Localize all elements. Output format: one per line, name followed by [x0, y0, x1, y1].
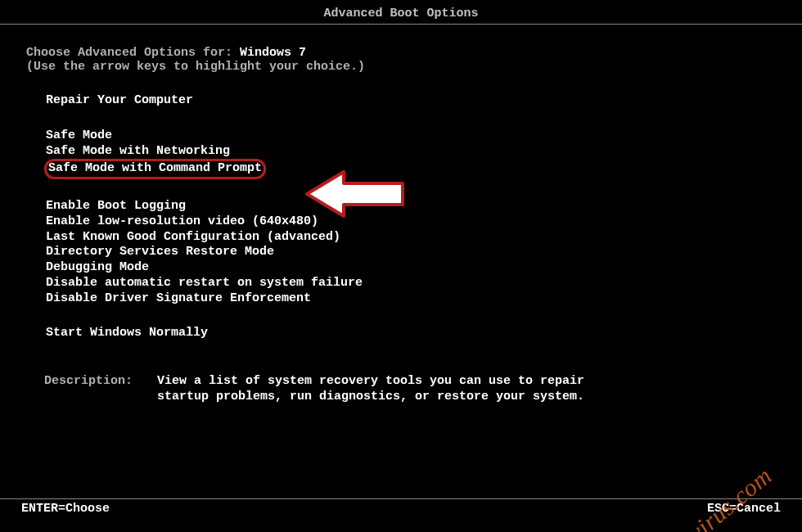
footer-rule [0, 498, 802, 499]
option-disable-driver-signature[interactable]: Disable Driver Signature Enforcement [44, 291, 776, 307]
highlighted-option-wrap: Safe Mode with Command Prompt [44, 159, 266, 179]
option-safe-mode-networking[interactable]: Safe Mode with Networking [44, 144, 776, 160]
footer-esc-hint: ESC=Cancel [707, 502, 781, 516]
option-disable-auto-restart[interactable]: Disable automatic restart on system fail… [44, 276, 776, 291]
option-low-resolution-video[interactable]: Enable low-resolution video (640x480) [44, 214, 776, 230]
option-debugging-mode[interactable]: Debugging Mode [44, 260, 776, 276]
option-repair-your-computer[interactable]: Repair Your Computer [44, 93, 776, 109]
arrow-left-icon [303, 165, 409, 223]
footer-row: ENTER=Choose ESC=Cancel [0, 502, 802, 516]
option-safe-mode[interactable]: Safe Mode [44, 128, 776, 144]
os-name: Windows 7 [240, 46, 306, 60]
footer-enter-hint: ENTER=Choose [21, 502, 110, 516]
description-block: Description: View a list of system recov… [26, 374, 776, 405]
choose-line: Choose Advanced Options for: Windows 7 [26, 46, 776, 60]
option-safe-mode-command-prompt[interactable]: Safe Mode with Command Prompt [44, 159, 266, 179]
option-enable-boot-logging[interactable]: Enable Boot Logging [44, 199, 776, 214]
title-bar: Advanced Boot Options [0, 0, 802, 26]
option-group-normal: Start Windows Normally [26, 326, 776, 341]
description-label: Description: [44, 374, 133, 405]
choose-text: Choose Advanced Options for: [26, 46, 240, 60]
option-directory-services-restore[interactable]: Directory Services Restore Mode [44, 245, 776, 260]
option-start-windows-normally[interactable]: Start Windows Normally [44, 326, 776, 341]
footer: ENTER=Choose ESC=Cancel [0, 498, 802, 516]
title-rule [0, 24, 802, 25]
hint-line: (Use the arrow keys to highlight your ch… [26, 60, 776, 74]
description-text: View a list of system recovery tools you… [157, 374, 615, 405]
arrow-annotation [303, 165, 409, 223]
option-group-repair: Repair Your Computer [26, 93, 776, 109]
watermark: 2-remove-virus.com [604, 462, 777, 532]
page-title: Advanced Boot Options [323, 7, 478, 20]
option-last-known-good[interactable]: Last Known Good Configuration (advanced) [44, 230, 776, 246]
